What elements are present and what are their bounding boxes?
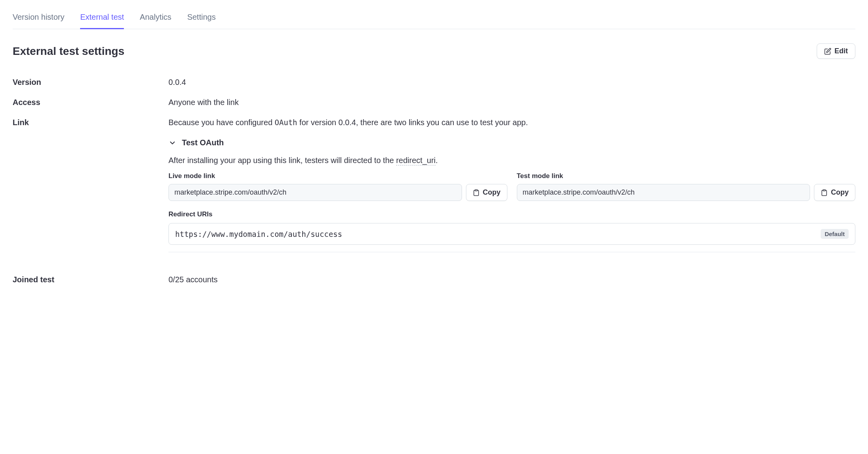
live-mode-input-group: marketplace.stripe.com/oauth/v2/ch Copy bbox=[168, 184, 507, 201]
test-mode-col: Test mode link marketplace.stripe.com/oa… bbox=[517, 172, 856, 201]
edit-icon bbox=[824, 48, 831, 55]
edit-button-label: Edit bbox=[834, 47, 848, 55]
link-content: Because you have configured OAuth for ve… bbox=[168, 118, 855, 264]
tab-version-history[interactable]: Version history bbox=[13, 9, 64, 29]
link-label: Link bbox=[13, 118, 168, 127]
oauth-description: After installing your app using this lin… bbox=[168, 156, 855, 165]
tab-external-test[interactable]: External test bbox=[80, 9, 124, 29]
svg-rect-1 bbox=[823, 189, 825, 191]
link-row: Link Because you have configured OAuth f… bbox=[13, 118, 855, 264]
tabs-bar: Version history External test Analytics … bbox=[13, 9, 855, 29]
joined-test-row: Joined test 0/25 accounts bbox=[13, 275, 855, 284]
oauth-desc-prefix: After installing your app using this lin… bbox=[168, 156, 396, 165]
header-row: External test settings Edit bbox=[13, 43, 855, 59]
link-description: Because you have configured OAuth for ve… bbox=[168, 118, 855, 127]
test-mode-input-group: marketplace.stripe.com/oauth/v2/ch Copy bbox=[517, 184, 856, 201]
link-desc-oauth: OAuth bbox=[275, 118, 297, 127]
chevron-down-icon bbox=[168, 139, 176, 147]
link-desc-mid: for version 0.0.4, there are two links y… bbox=[297, 118, 528, 127]
access-label: Access bbox=[13, 98, 168, 107]
test-mode-link-input[interactable]: marketplace.stripe.com/oauth/v2/ch bbox=[517, 184, 810, 201]
access-row: Access Anyone with the link bbox=[13, 98, 855, 107]
clipboard-icon bbox=[473, 189, 480, 197]
svg-rect-0 bbox=[475, 189, 477, 191]
tab-analytics[interactable]: Analytics bbox=[140, 9, 171, 29]
copy-live-label: Copy bbox=[483, 188, 501, 197]
access-value: Anyone with the link bbox=[168, 98, 855, 107]
redirect-uri-box: https://www.mydomain.com/auth/success De… bbox=[168, 223, 855, 245]
redirect-uri-value: https://www.mydomain.com/auth/success bbox=[175, 230, 342, 238]
oauth-desc-link[interactable]: redirect_uri bbox=[396, 156, 436, 165]
live-mode-link-input[interactable]: marketplace.stripe.com/oauth/v2/ch bbox=[168, 184, 462, 201]
page-title: External test settings bbox=[13, 45, 124, 58]
live-mode-col: Live mode link marketplace.stripe.com/oa… bbox=[168, 172, 507, 201]
version-row: Version 0.0.4 bbox=[13, 78, 855, 87]
section-divider bbox=[168, 252, 855, 252]
oauth-section-title: Test OAuth bbox=[182, 138, 224, 147]
version-value: 0.0.4 bbox=[168, 78, 855, 87]
version-label: Version bbox=[13, 78, 168, 87]
copy-test-label: Copy bbox=[831, 188, 849, 197]
link-columns: Live mode link marketplace.stripe.com/oa… bbox=[168, 172, 855, 201]
joined-test-label: Joined test bbox=[13, 275, 168, 284]
copy-test-button[interactable]: Copy bbox=[814, 184, 855, 201]
oauth-desc-suffix: . bbox=[436, 156, 438, 165]
redirect-uris-label: Redirect URIs bbox=[168, 210, 855, 218]
live-mode-label: Live mode link bbox=[168, 172, 507, 180]
oauth-toggle[interactable]: Test OAuth bbox=[168, 138, 855, 147]
test-mode-label: Test mode link bbox=[517, 172, 856, 180]
clipboard-icon bbox=[821, 189, 828, 197]
link-desc-prefix: Because you have configured bbox=[168, 118, 275, 127]
default-badge: Default bbox=[821, 229, 849, 239]
edit-button[interactable]: Edit bbox=[817, 43, 855, 59]
tab-settings[interactable]: Settings bbox=[187, 9, 215, 29]
joined-test-value: 0/25 accounts bbox=[168, 275, 855, 284]
copy-live-button[interactable]: Copy bbox=[466, 184, 507, 201]
